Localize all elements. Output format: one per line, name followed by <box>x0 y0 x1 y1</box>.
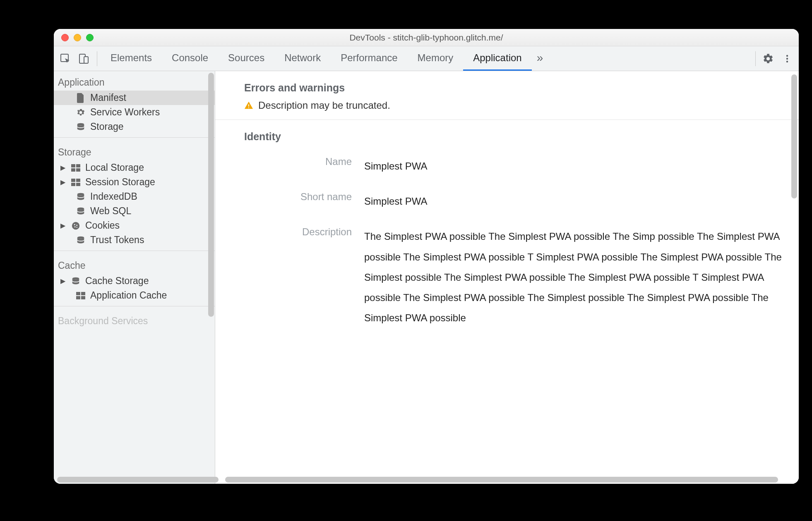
gear-icon <box>75 107 86 118</box>
caret-right-icon: ▶ <box>60 178 66 186</box>
tab-console[interactable]: Console <box>162 47 218 71</box>
tab-network[interactable]: Network <box>274 47 331 71</box>
identity-shortname-label: Short name <box>244 191 352 203</box>
svg-rect-29 <box>248 108 249 108</box>
errors-warnings-heading: Errors and warnings <box>215 71 799 100</box>
sidebar-item-manifest[interactable]: Manifest <box>54 91 215 105</box>
svg-rect-14 <box>76 183 80 186</box>
svg-rect-2 <box>84 57 88 63</box>
sidebar-item-service-workers[interactable]: Service Workers <box>54 105 215 119</box>
sidebar-section-cache: Cache <box>54 254 215 274</box>
inspect-element-icon[interactable] <box>57 50 74 67</box>
sidebar-item-local-storage[interactable]: ▶ Local Storage <box>54 160 215 175</box>
tab-application[interactable]: Application <box>463 47 531 71</box>
application-sidebar: Application Manifest Service Workers <box>54 71 215 484</box>
svg-rect-11 <box>71 179 75 182</box>
bottom-scrollbars <box>54 476 799 484</box>
titlebar: DevTools - stitch-glib-typhoon.glitch.me… <box>54 29 799 46</box>
sidebar-item-cache-storage[interactable]: ▶ Cache Storage <box>54 274 215 288</box>
svg-rect-28 <box>248 104 249 107</box>
database-icon <box>70 276 81 287</box>
grid-icon <box>70 163 81 173</box>
sidebar-item-label: Web SQL <box>90 206 131 217</box>
svg-point-16 <box>77 207 84 210</box>
identity-name-value: Simplest PWA <box>364 156 799 176</box>
tab-sources[interactable]: Sources <box>218 47 274 71</box>
svg-point-15 <box>77 193 84 195</box>
window-title: DevTools - stitch-glib-typhoon.glitch.me… <box>54 33 799 43</box>
tab-memory[interactable]: Memory <box>408 47 464 71</box>
svg-rect-10 <box>76 168 80 172</box>
sidebar-section-background-services: Background Services <box>54 310 215 329</box>
identity-name-row: Name Simplest PWA <box>215 148 799 184</box>
sidebar-item-label: Session Storage <box>85 177 155 188</box>
manifest-panel: Errors and warnings Description may be t… <box>215 71 799 484</box>
svg-point-17 <box>72 222 79 229</box>
svg-point-20 <box>74 226 76 227</box>
database-icon <box>75 206 86 217</box>
identity-name-label: Name <box>244 156 352 167</box>
svg-point-5 <box>786 60 788 62</box>
warning-text: Description may be truncated. <box>258 100 390 111</box>
sidebar-section-application: Application <box>54 71 215 91</box>
sidebar-item-label: Manifest <box>90 92 126 103</box>
tab-performance[interactable]: Performance <box>331 47 407 71</box>
svg-point-21 <box>77 227 77 227</box>
file-icon <box>75 93 86 103</box>
database-icon <box>75 235 86 246</box>
toolbar: Elements Console Sources Network Perform… <box>54 46 799 71</box>
svg-rect-7 <box>71 164 75 167</box>
caret-right-icon: ▶ <box>60 277 66 285</box>
svg-rect-9 <box>71 168 75 172</box>
svg-point-6 <box>77 123 84 125</box>
sidebar-item-label: Storage <box>90 121 124 132</box>
tab-elements[interactable]: Elements <box>101 47 162 71</box>
svg-rect-8 <box>76 164 80 167</box>
sidebar-divider <box>54 306 215 306</box>
sidebar-item-label: Trust Tokens <box>90 234 144 246</box>
identity-heading: Identity <box>215 120 799 148</box>
identity-description-label: Description <box>244 226 352 238</box>
warning-row: Description may be truncated. <box>215 100 799 119</box>
content-scrollbar[interactable] <box>791 74 797 198</box>
svg-rect-27 <box>81 296 85 299</box>
sidebar-item-application-cache[interactable]: Application Cache <box>54 288 215 303</box>
more-vert-icon[interactable] <box>779 50 795 67</box>
caret-right-icon: ▶ <box>60 164 66 172</box>
sidebar-item-label: Application Cache <box>90 290 167 301</box>
cookie-icon <box>70 220 81 231</box>
identity-description-value: The Simplest PWA possible The Simplest P… <box>364 226 799 328</box>
sidebar-item-label: IndexedDB <box>90 191 137 202</box>
warning-icon <box>244 101 253 110</box>
caret-right-icon: ▶ <box>60 222 66 229</box>
svg-point-22 <box>77 236 84 239</box>
sidebar-item-trust-tokens[interactable]: Trust Tokens <box>54 233 215 247</box>
identity-shortname-value: Simplest PWA <box>364 191 799 211</box>
svg-point-23 <box>72 277 79 280</box>
sidebar-item-storage[interactable]: Storage <box>54 119 215 134</box>
sidebar-scrollbar[interactable] <box>208 73 214 317</box>
identity-description-row: Description The Simplest PWA possible Th… <box>215 219 799 335</box>
identity-shortname-row: Short name Simplest PWA <box>215 184 799 219</box>
device-toolbar-icon[interactable] <box>75 50 92 67</box>
grid-icon <box>70 177 81 188</box>
devtools-window: DevTools - stitch-glib-typhoon.glitch.me… <box>54 29 799 484</box>
sidebar-item-label: Cookies <box>85 220 120 231</box>
settings-gear-icon[interactable] <box>760 50 776 67</box>
sidebar-item-cookies[interactable]: ▶ Cookies <box>54 218 215 233</box>
sidebar-item-session-storage[interactable]: ▶ Session Storage <box>54 175 215 189</box>
sidebar-item-indexeddb[interactable]: IndexedDB <box>54 189 215 204</box>
sidebar-item-websql[interactable]: Web SQL <box>54 204 215 218</box>
content-hscrollbar[interactable] <box>225 477 778 483</box>
sidebar-hscrollbar[interactable] <box>57 477 219 483</box>
tabs-overflow-button[interactable]: » <box>532 47 548 71</box>
svg-point-19 <box>76 225 77 226</box>
sidebar-item-label: Local Storage <box>85 162 144 173</box>
sidebar-section-storage: Storage <box>54 141 215 160</box>
svg-rect-25 <box>81 292 85 295</box>
sidebar-divider <box>54 137 215 138</box>
svg-rect-24 <box>76 292 80 295</box>
svg-point-3 <box>786 55 788 56</box>
svg-rect-12 <box>76 179 80 182</box>
database-icon <box>75 191 86 202</box>
